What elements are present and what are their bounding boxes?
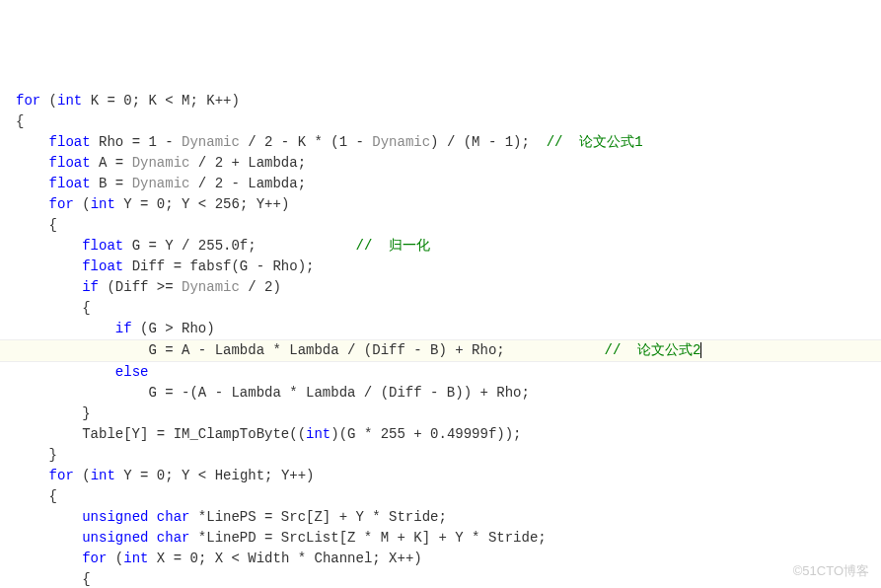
keyword-float: float bbox=[49, 134, 91, 150]
keyword-if: if bbox=[82, 279, 99, 295]
keyword-else: else bbox=[115, 364, 149, 380]
keyword-int: int bbox=[91, 196, 115, 212]
keyword-unsigned-char: unsigned char bbox=[82, 530, 189, 546]
code-line: } bbox=[16, 404, 865, 424]
keyword-for: for bbox=[49, 196, 74, 212]
keyword-if: if bbox=[115, 321, 132, 336]
code-line: else bbox=[16, 362, 865, 383]
keyword-int: int bbox=[123, 551, 148, 566]
comment: // 论文公式2 bbox=[605, 342, 701, 358]
code-line: float Diff = fabsf(G - Rho); bbox=[16, 257, 865, 277]
keyword-for: for bbox=[82, 551, 107, 566]
code-line: for (int Y = 0; Y < Height; Y++) bbox=[16, 466, 865, 486]
keyword-float: float bbox=[49, 155, 91, 171]
code-line: Table[Y] = IM_ClampToByte((int)(G * 255 … bbox=[16, 424, 865, 445]
code-line: { bbox=[16, 486, 865, 507]
keyword-int: int bbox=[306, 426, 330, 442]
keyword-float: float bbox=[82, 238, 123, 254]
keyword-for: for bbox=[16, 93, 40, 109]
keyword-float: float bbox=[49, 176, 91, 191]
code-block: for (int K = 0; K < M; K++){ float Rho =… bbox=[16, 91, 865, 588]
code-line: float G = Y / 255.0f; // 归一化 bbox=[16, 236, 865, 257]
code-line: if (Diff >= Dynamic / 2) bbox=[16, 277, 865, 298]
keyword-float: float bbox=[82, 258, 123, 274]
comment: // 归一化 bbox=[355, 238, 430, 254]
keyword-int: int bbox=[91, 468, 115, 483]
keyword-for: for bbox=[49, 468, 74, 483]
code-line: float Rho = 1 - Dynamic / 2 - K * (1 - D… bbox=[16, 132, 865, 153]
code-line: { bbox=[16, 111, 865, 132]
highlighted-line: G = A - Lambda * Lambda / (Diff - B) + R… bbox=[0, 339, 881, 362]
code-line: unsigned char *LinePD = SrcList[Z * M + … bbox=[16, 528, 865, 549]
code-line: { bbox=[16, 298, 865, 319]
code-line: float B = Dynamic / 2 - Lambda; bbox=[16, 174, 865, 194]
code-line: for (int X = 0; X < Width * Channel; X++… bbox=[16, 549, 865, 569]
code-line: for (int Y = 0; Y < 256; Y++) bbox=[16, 194, 865, 215]
text-cursor bbox=[700, 342, 701, 358]
keyword-unsigned-char: unsigned char bbox=[82, 509, 189, 525]
code-line: float A = Dynamic / 2 + Lambda; bbox=[16, 153, 865, 174]
code-line: unsigned char *LinePS = Src[Z] + Y * Str… bbox=[16, 507, 865, 528]
keyword-int: int bbox=[57, 93, 82, 109]
code-line: { bbox=[16, 569, 865, 588]
code-line: } bbox=[16, 445, 865, 466]
code-line: if (G > Rho) bbox=[16, 319, 865, 339]
comment: // 论文公式1 bbox=[547, 134, 643, 150]
code-line: { bbox=[16, 215, 865, 236]
code-line: G = -(A - Lambda * Lambda / (Diff - B)) … bbox=[16, 383, 865, 404]
code-line: for (int K = 0; K < M; K++) bbox=[16, 91, 865, 111]
